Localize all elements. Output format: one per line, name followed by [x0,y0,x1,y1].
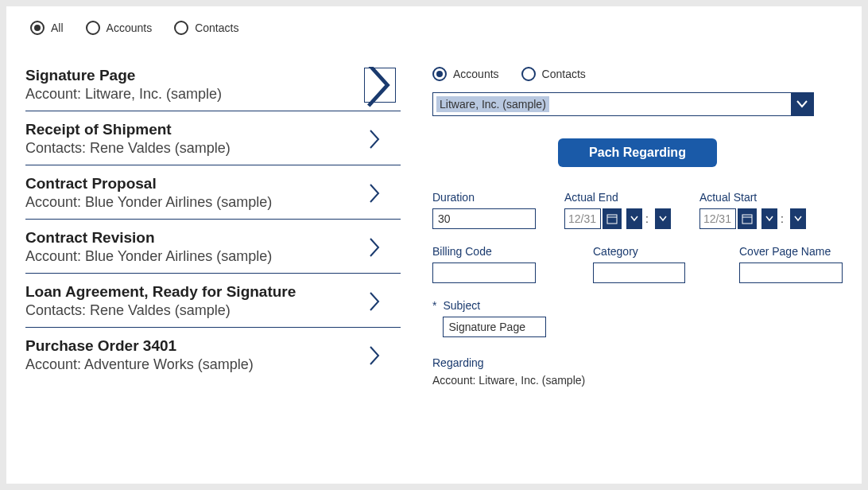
chevron-right-icon [369,345,382,366]
duration-input[interactable] [432,208,536,229]
time-hour-dropdown[interactable] [761,208,777,229]
app-container: All Accounts Contacts Signature Page Acc… [6,6,862,484]
combo-selected-value: Litware, Inc. (sample) [436,96,549,112]
item-title: Contract Revision [25,229,272,247]
list-item[interactable]: Contract Revision Account: Blue Yonder A… [25,220,401,274]
lookup-combo[interactable]: Litware, Inc. (sample) [432,92,814,116]
field-actual-end: Actual End : [564,191,671,229]
list-item[interactable]: Purchase Order 3401 Account: Adventure W… [25,328,401,381]
time-colon: : [779,212,785,225]
patch-regarding-button[interactable]: Pach Regarding [558,138,717,167]
list-item-text: Contract Proposal Account: Blue Yonder A… [25,175,272,211]
record-list: Signature Page Account: Litware, Inc. (s… [25,67,401,484]
radio-icon [432,67,447,81]
calendar-icon[interactable] [603,208,622,229]
top-filter-bar: All Accounts Contacts [25,21,862,35]
field-actual-start: Actual Start : [699,191,806,229]
list-item[interactable]: Signature Page Account: Litware, Inc. (s… [25,67,401,111]
field-category: Category [593,245,685,283]
item-title: Receipt of Shipment [25,121,231,138]
detail-filter-contacts-label: Contacts [542,68,586,80]
chevron-down-icon [796,100,808,108]
field-label: Actual End [564,191,671,204]
chevron-right-icon [369,237,382,258]
chevron-right-icon [365,67,395,109]
combo-dropdown-button[interactable] [791,93,813,115]
field-subject: Subject [443,299,546,337]
item-title: Contract Proposal [25,175,272,192]
filter-all-label: All [51,21,64,34]
item-title: Signature Page [25,67,222,84]
subject-row: * Subject [432,299,843,337]
radio-icon [30,21,45,35]
field-label: Category [593,245,685,258]
filter-all[interactable]: All [30,21,64,35]
detail-button[interactable] [364,68,396,103]
main-area: Signature Page Account: Litware, Inc. (s… [25,67,862,484]
list-item[interactable]: Contract Proposal Account: Blue Yonder A… [25,165,401,220]
list-item[interactable]: Receipt of Shipment Contacts: Rene Valde… [25,111,401,165]
required-indicator: * [432,299,436,312]
field-label: Actual Start [699,191,806,204]
fields-row-1: Duration Actual End : [432,191,843,229]
chevron-right-icon [369,183,382,204]
filter-accounts[interactable]: Accounts [86,21,153,35]
actual-start-group: : [699,208,806,229]
radio-icon [86,21,100,35]
field-label: Cover Page Name [739,245,843,258]
chevron-down-icon [765,216,773,222]
list-item-text: Receipt of Shipment Contacts: Rene Valde… [25,121,231,157]
actual-start-date-input[interactable] [699,208,736,229]
actual-end-group: : [564,208,671,229]
radio-icon [174,21,188,35]
item-title: Purchase Order 3401 [25,337,254,355]
filter-contacts-label: Contacts [195,21,238,34]
item-sub: Account: Adventure Works (sample) [25,356,254,373]
list-item[interactable]: Loan Agreement, Ready for Signature Cont… [25,274,401,328]
item-sub: Account: Blue Yonder Airlines (sample) [25,248,272,265]
item-title: Loan Agreement, Ready for Signature [25,283,296,301]
list-item-text: Contract Revision Account: Blue Yonder A… [25,229,272,265]
svg-rect-0 [607,215,617,224]
detail-panel: Accounts Contacts Litware, Inc. (sample)… [432,67,862,484]
fields-row-2: Billing Code Category Cover Page Name [432,245,843,283]
list-item-text: Signature Page Account: Litware, Inc. (s… [25,67,222,103]
calendar-icon[interactable] [738,208,757,229]
field-label: Duration [432,191,536,204]
list-item-text: Purchase Order 3401 Account: Adventure W… [25,337,254,373]
actual-end-date-input[interactable] [564,208,601,229]
regarding-label: Regarding [432,356,843,369]
billing-code-input[interactable] [432,262,536,283]
filter-contacts[interactable]: Contacts [174,21,238,35]
time-hour-dropdown[interactable] [626,208,642,229]
time-min-dropdown[interactable] [655,208,671,229]
item-sub: Contacts: Rene Valdes (sample) [25,140,231,157]
field-label: Subject [443,299,546,312]
detail-filter-bar: Accounts Contacts [432,67,843,81]
item-sub: Account: Litware, Inc. (sample) [25,86,222,103]
svg-rect-2 [742,215,752,224]
chevron-down-icon [794,216,802,222]
field-duration: Duration [432,191,536,229]
subject-input[interactable] [443,317,546,337]
item-sub: Contacts: Rene Valdes (sample) [25,302,296,319]
chevron-down-icon [630,216,638,222]
list-item-text: Loan Agreement, Ready for Signature Cont… [25,283,296,319]
item-sub: Account: Blue Yonder Airlines (sample) [25,194,272,211]
cover-page-name-input[interactable] [739,262,843,283]
chevron-down-icon [659,216,667,222]
detail-filter-accounts[interactable]: Accounts [432,67,499,81]
radio-icon [521,67,536,81]
chevron-right-icon [369,129,382,150]
field-cover-page-name: Cover Page Name [739,245,843,283]
detail-filter-contacts[interactable]: Contacts [521,67,586,81]
time-min-dropdown[interactable] [790,208,806,229]
field-label: Billing Code [432,245,536,258]
regarding-row: Regarding Account: Litware, Inc. (sample… [432,356,843,387]
category-input[interactable] [593,262,685,283]
filter-accounts-label: Accounts [107,21,153,34]
time-colon: : [644,212,650,225]
detail-filter-accounts-label: Accounts [453,68,499,80]
field-billing-code: Billing Code [432,245,536,283]
chevron-right-icon [369,291,382,312]
